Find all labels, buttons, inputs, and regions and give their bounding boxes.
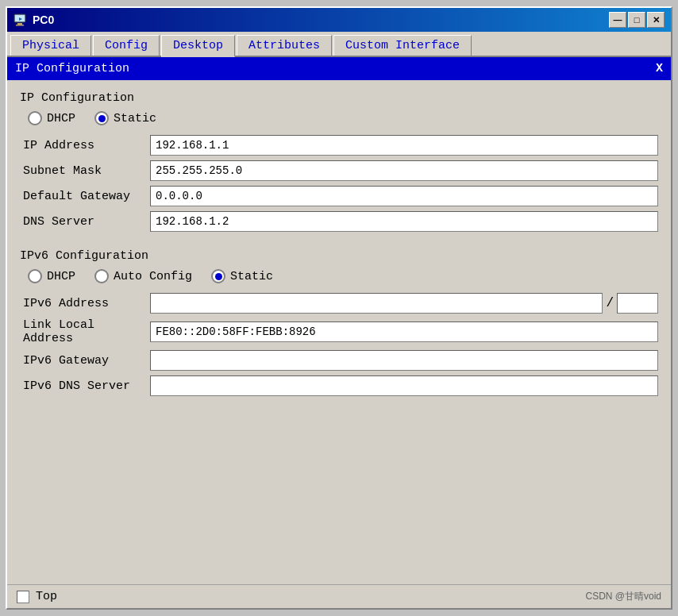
- ipv6-slash-separator: /: [606, 296, 614, 310]
- svg-rect-1: [17, 23, 22, 25]
- ipv6-address-input[interactable]: [150, 293, 603, 314]
- title-bar-left: PC0: [13, 13, 54, 27]
- ipv6-static-radio-inner: [215, 273, 222, 280]
- ipv6-gateway-row: IPv6 Gateway: [20, 350, 658, 371]
- ipv6-dhcp-radio[interactable]: DHCP: [28, 269, 75, 283]
- ipv6-dns-server-input[interactable]: [150, 375, 658, 396]
- ipv6-config-section-title: IPv6 Configuration: [20, 249, 658, 263]
- content-area: IP Configuration X IP Configuration DHCP…: [7, 57, 671, 608]
- panel-header: IP Configuration X: [7, 57, 671, 80]
- ipv6-auto-label: Auto Config: [114, 270, 192, 283]
- ipv6-address-row: IPv6 Address /: [20, 293, 658, 314]
- top-label: Top: [36, 590, 57, 603]
- ip-address-label: IP Address: [23, 139, 150, 152]
- ipv4-radio-row: DHCP Static: [20, 111, 658, 125]
- tab-config[interactable]: Config: [93, 35, 160, 56]
- link-local-address-row: Link Local Address: [20, 318, 658, 345]
- default-gateway-input[interactable]: [150, 186, 658, 206]
- default-gateway-label: Default Gateway: [23, 190, 150, 203]
- ipv6-auto-radio[interactable]: Auto Config: [94, 269, 192, 283]
- ipv4-dhcp-radio-outer: [28, 111, 42, 125]
- close-button[interactable]: ✕: [647, 12, 665, 28]
- ipv6-gateway-input[interactable]: [150, 350, 658, 371]
- ipv4-dhcp-radio[interactable]: DHCP: [28, 111, 75, 125]
- ipv4-dhcp-label: DHCP: [47, 112, 75, 125]
- panel-body: IP Configuration DHCP Static IP Address: [7, 80, 671, 584]
- window-title: PC0: [33, 13, 54, 26]
- ipv4-static-radio-inner: [98, 115, 106, 122]
- tab-physical[interactable]: Physical: [10, 35, 91, 56]
- bottom-left: Top: [17, 590, 57, 603]
- maximize-button[interactable]: □: [628, 12, 645, 28]
- ipv6-dns-server-row: IPv6 DNS Server: [20, 375, 658, 396]
- ip-address-input[interactable]: [150, 135, 658, 156]
- dns-server-row: DNS Server: [20, 211, 658, 232]
- ipv6-static-label: Static: [230, 270, 273, 283]
- subnet-mask-row: Subnet Mask: [20, 160, 658, 181]
- default-gateway-row: Default Gateway: [20, 186, 658, 206]
- title-controls: — □ ✕: [609, 12, 665, 28]
- ipv6-prefix-input[interactable]: [617, 293, 658, 314]
- dns-server-label: DNS Server: [23, 215, 150, 229]
- tab-attributes[interactable]: Attributes: [237, 35, 332, 56]
- ipv4-static-radio[interactable]: Static: [94, 111, 156, 125]
- computer-icon: [13, 13, 28, 27]
- ipv6-address-inputs: /: [150, 293, 658, 314]
- ipv4-static-radio-outer: [94, 111, 109, 125]
- subnet-mask-input[interactable]: [150, 160, 658, 181]
- tabs-bar: Physical Config Desktop Attributes Custo…: [7, 32, 671, 57]
- ipv6-dhcp-label: DHCP: [47, 270, 75, 283]
- tab-custom-interface[interactable]: Custom Interface: [333, 35, 472, 56]
- ipv6-static-radio-outer: [211, 269, 225, 283]
- top-checkbox[interactable]: [17, 591, 29, 603]
- ipv6-gateway-label: IPv6 Gateway: [23, 354, 150, 368]
- ipv6-static-radio[interactable]: Static: [211, 269, 273, 283]
- title-bar: PC0 — □ ✕: [7, 8, 671, 32]
- ipv4-static-label: Static: [114, 112, 156, 125]
- link-local-address-input[interactable]: [150, 321, 658, 342]
- panel-title: IP Configuration: [15, 62, 129, 75]
- ipv6-radio-row: DHCP Auto Config Static: [20, 269, 658, 283]
- panel-close-button[interactable]: X: [656, 62, 663, 75]
- ipv6-address-label: IPv6 Address: [23, 297, 150, 310]
- main-window: PC0 — □ ✕ Physical Config Desktop Attrib…: [6, 6, 672, 610]
- divider-1: [20, 237, 658, 246]
- ip-address-row: IP Address: [20, 135, 658, 156]
- svg-rect-2: [16, 25, 24, 26]
- ipv6-auto-radio-outer: [94, 269, 109, 283]
- minimize-button[interactable]: —: [609, 12, 626, 28]
- ipv6-dhcp-radio-outer: [28, 269, 42, 283]
- ip-config-section-title: IP Configuration: [20, 91, 658, 105]
- subnet-mask-label: Subnet Mask: [23, 164, 150, 178]
- watermark: CSDN @甘晴void: [585, 590, 661, 603]
- tab-desktop[interactable]: Desktop: [161, 35, 235, 57]
- bottom-bar: Top CSDN @甘晴void: [7, 584, 671, 608]
- link-local-address-label: Link Local Address: [23, 318, 150, 345]
- dns-server-input[interactable]: [150, 211, 658, 232]
- ipv6-dns-server-label: IPv6 DNS Server: [23, 379, 150, 393]
